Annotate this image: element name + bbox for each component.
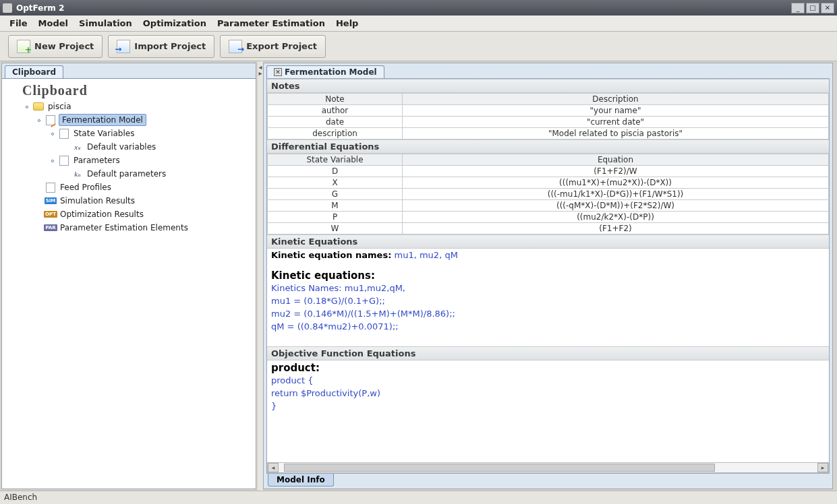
section-header-kinetic: Kinetic Equations [267,234,829,249]
export-project-icon [229,40,242,53]
app-icon [3,3,12,13]
expand-toggle-icon[interactable]: ⋄ [24,103,30,111]
expand-toggle-icon[interactable]: ⋄ [49,157,56,164]
document-icon [58,155,70,166]
tab-fermentation-model[interactable]: ✕ Fermentation Model [266,65,384,78]
horizontal-scrollbar[interactable]: ◂ ▸ [267,462,829,473]
menu-model[interactable]: Model [33,16,74,30]
collapse-right-icon: ▸ [258,70,262,76]
kinetic-eq-block: Kinetic equations: Kinetics Names: mu1,m… [267,268,829,334]
table-row[interactable]: X(((mu1*X)+(mu2*X))-(D*X)) [268,177,829,189]
simulation-results-icon: SIM [45,195,57,206]
notes-col-note: Note [268,94,403,105]
status-bar: AIBench [0,491,837,504]
model-panel: ✕ Fermentation Model Notes Note Descript… [263,63,833,489]
tree-label-parameters: Parameters [72,155,121,166]
export-project-button[interactable]: Export Project [220,35,326,58]
tree-node-optimization-results[interactable]: · OPT Optimization Results [5,208,253,221]
diffeq-table: State Variable Equation D(F1+F2)/W X(((m… [267,154,829,234]
menu-file[interactable]: File [4,16,33,30]
menu-bar: File Model Simulation Optimization Param… [0,15,837,32]
kinetic-names-block: Kinetic equation names: mu1, mu2, qM [267,249,829,261]
table-row[interactable]: date"current date" [268,117,829,128]
objective-line: return $Productivity(P,w) [271,387,825,400]
table-row[interactable]: description"Model related to piscia past… [268,128,829,139]
diffeq-col-variable: State Variable [268,154,403,166]
expand-toggle-icon[interactable]: ⋄ [49,130,56,137]
table-row[interactable]: author"your name" [268,105,829,117]
tree-node-default-parameters[interactable]: · kₙ Default parameters [5,167,253,181]
parameter-estimation-icon: PAR [45,222,57,233]
table-row[interactable]: G(((-mu1/k1*X)-(D*G))+(F1/W*S1)) [268,189,829,200]
kinetic-eq-label: Kinetic equations: [271,270,825,282]
scrollbar-thumb[interactable] [284,464,715,472]
table-row[interactable]: D(F1+F2)/W [268,166,829,177]
expand-toggle-icon[interactable]: ⋄ [36,117,42,124]
scroll-right-icon[interactable]: ▸ [817,463,828,472]
tree-label-model: Fermentation Model [59,114,146,126]
menu-simulation[interactable]: Simulation [74,16,138,30]
clipboard-heading: Clipboard [22,83,253,98]
clipboard-panel: Clipboard Clipboard ⋄ piscia ⋄ Fermentat… [1,63,256,489]
tab-clipboard-label: Clipboard [12,67,56,77]
notes-table: Note Description author"your name" date"… [267,93,829,139]
tree-node-feed-profiles[interactable]: · Feed Profiles [5,181,253,194]
scrollbar-track[interactable] [279,463,817,472]
toolbar: New Project Import Project Export Projec… [0,32,837,61]
tree-node-parameters[interactable]: ⋄ Parameters [5,154,253,167]
clipboard-body: Clipboard ⋄ piscia ⋄ Fermentation Model [2,78,256,489]
section-header-diffeq: Differential Equations [267,139,829,154]
section-header-notes: Notes [267,79,829,93]
import-project-button[interactable]: Import Project [108,35,214,58]
kinetic-line: qM = ((0.84*mu2)+0.0071);; [271,320,825,333]
window-title: OptFerm 2 [16,3,790,13]
tree-label-default-variables: Default variables [86,141,157,152]
new-project-icon [17,40,30,53]
tab-model-info[interactable]: Model Info [268,474,334,486]
tree-label-optimization-results: Optimization Results [59,209,145,220]
menu-help[interactable]: Help [330,16,364,30]
tree-label-project: piscia [47,101,73,112]
tab-clipboard[interactable]: Clipboard [5,65,63,78]
tree-node-parameter-estimation[interactable]: · PAR Parameter Estimation Elements [5,221,253,234]
diffeq-col-equation: Equation [403,154,829,166]
close-button[interactable]: ✕ [821,3,834,13]
tree-label-parameter-estimation: Parameter Estimation Elements [59,222,190,233]
status-text: AIBench [4,493,37,502]
maximize-button[interactable]: □ [806,3,819,13]
menu-optimization[interactable]: Optimization [138,16,212,30]
panel-splitter[interactable]: ◂ ▸ [258,61,263,491]
workspace: Clipboard Clipboard ⋄ piscia ⋄ Fermentat… [0,61,837,491]
objective-line: product { [271,374,825,387]
tree-node-state-variables[interactable]: ⋄ State Variables [5,127,253,140]
objective-label: product: [271,362,825,374]
tree-label-default-parameters: Default parameters [86,168,167,179]
tree-node-simulation-results[interactable]: · SIM Simulation Results [5,194,253,208]
tree-label-feed-profiles: Feed Profiles [59,182,113,193]
project-tree: ⋄ piscia ⋄ Fermentation Model ⋄ State Va… [5,100,253,234]
objective-line: } [271,400,825,412]
tree-node-default-variables[interactable]: · xₓ Default variables [5,140,253,154]
document-edit-icon [45,115,57,125]
document-icon [45,182,57,193]
table-row[interactable]: M(((-qM*X)-(D*M))+(F2*S2)/W) [268,200,829,212]
table-row[interactable]: W(F1+F2) [268,223,829,234]
tree-node-project[interactable]: ⋄ piscia [5,100,253,113]
kinetic-line: mu2 = (0.146*M)/((1.5+M)+(M*M)/8.86);; [271,307,825,320]
new-project-button[interactable]: New Project [8,35,103,58]
menu-parameter-estimation[interactable]: Parameter Estimation [212,16,330,30]
section-header-objective: Objective Function Equations [267,346,829,360]
import-project-icon [117,40,130,53]
kinetic-names-value: mu1, mu2, qM [395,250,458,260]
objective-block: product: product { return $Productivity(… [267,360,829,414]
kinetic-line: mu1 = (0.18*G)/(0.1+G);; [271,294,825,307]
minimize-button[interactable]: _ [791,3,805,13]
table-row[interactable]: P((mu2/k2*X)-(D*P)) [268,212,829,223]
scroll-left-icon[interactable]: ◂ [268,463,279,472]
kinetic-line: Kinetics Names: mu1,mu2,qM, [271,282,825,294]
tab-close-icon[interactable]: ✕ [274,68,282,76]
model-scroll[interactable]: Notes Note Description author"your name"… [267,79,829,462]
import-project-label: Import Project [134,41,206,51]
tree-node-model[interactable]: ⋄ Fermentation Model [5,113,253,127]
notes-col-description: Description [403,94,829,105]
